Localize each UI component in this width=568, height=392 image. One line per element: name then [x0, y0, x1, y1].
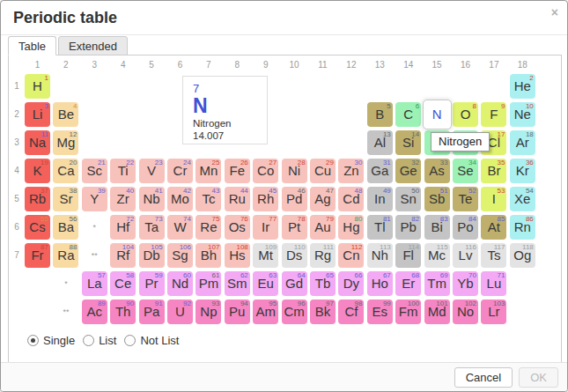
element-au[interactable]: 79Au [310, 215, 336, 240]
element-h[interactable]: 1H [25, 74, 50, 99]
radio-list[interactable]: List [83, 334, 116, 347]
ok-button[interactable]: OK [519, 367, 558, 388]
element-cs[interactable]: 55Cs [25, 215, 50, 240]
element-ba[interactable]: 56Ba [53, 215, 78, 240]
element-mo[interactable]: 42Mo [167, 187, 193, 211]
element-ce[interactable]: 58Ce [110, 271, 136, 296]
element-cr[interactable]: 24Cr [167, 159, 193, 183]
element-po[interactable]: 84Po [453, 215, 478, 240]
element-mg[interactable]: 12Mg [53, 130, 78, 155]
element-lv[interactable]: 116Lv [453, 243, 478, 268]
element-bh[interactable]: 107Bh [195, 243, 221, 268]
tab-table[interactable]: Table [8, 36, 56, 55]
element-db[interactable]: 105Db [139, 243, 165, 268]
element-yb[interactable]: 70Yb [453, 271, 478, 296]
element-er[interactable]: 68Er [395, 271, 421, 296]
element-c[interactable]: 6C [395, 102, 421, 127]
element-ag[interactable]: 47Ag [310, 187, 336, 211]
element-pr[interactable]: 59Pr [139, 271, 165, 296]
element-ne[interactable]: 10Ne [510, 102, 535, 127]
element-hs[interactable]: 108Hs [225, 243, 250, 268]
radio-single[interactable]: Single [27, 334, 75, 347]
element-am[interactable]: 95Am [253, 300, 278, 324]
element-o[interactable]: 8O [453, 102, 478, 127]
element-mc[interactable]: 115Mc [424, 243, 450, 268]
element-ar[interactable]: 18Ar [510, 130, 535, 155]
element-os[interactable]: 76Os [225, 215, 250, 240]
element-mt[interactable]: 109Mt [253, 243, 278, 268]
element-ir[interactable]: 77Ir [253, 215, 278, 240]
element-sm[interactable]: 62Sm [225, 271, 250, 296]
element-cm[interactable]: 96Cm [282, 300, 307, 324]
element-na[interactable]: 11Na [25, 130, 50, 155]
element-cu[interactable]: 29Cu [310, 159, 336, 183]
element-ta[interactable]: 73Ta [139, 215, 165, 240]
element-rb[interactable]: 37Rb [25, 187, 50, 211]
element-bk[interactable]: 97Bk [310, 300, 336, 324]
element-lr[interactable]: 103Lr [481, 300, 506, 324]
element-ts[interactable]: 117Ts [481, 243, 506, 268]
element-ra[interactable]: 88Ra [53, 243, 78, 268]
element-k[interactable]: 19K [25, 159, 50, 183]
element-pa[interactable]: 91Pa [139, 300, 165, 324]
element-y[interactable]: 39Y [82, 187, 107, 211]
element-in[interactable]: 49In [367, 187, 393, 211]
element-br[interactable]: 35Br [481, 159, 506, 183]
element-gd[interactable]: 64Gd [282, 271, 307, 296]
element-kr[interactable]: 36Kr [510, 159, 535, 183]
element-cf[interactable]: 98Cf [338, 300, 364, 324]
element-pu[interactable]: 94Pu [225, 300, 250, 324]
element-np[interactable]: 93Np [195, 300, 221, 324]
element-i[interactable]: 53I [481, 187, 506, 211]
element-la[interactable]: 57La [82, 271, 107, 296]
element-ac[interactable]: 89Ac [82, 300, 107, 324]
element-sc[interactable]: 21Sc [82, 159, 107, 183]
element-ni[interactable]: 28Ni [282, 159, 307, 183]
element-zr[interactable]: 40Zr [110, 187, 136, 211]
element-te[interactable]: 52Te [453, 187, 478, 211]
element-tl[interactable]: 81Tl [367, 215, 393, 240]
element-cn[interactable]: 112Cn [338, 243, 364, 268]
element-fe[interactable]: 26Fe [225, 159, 250, 183]
element-nd[interactable]: 60Nd [167, 271, 193, 296]
element-md[interactable]: 101Md [424, 300, 450, 324]
element-nh[interactable]: 113Nh [367, 243, 393, 268]
element-si[interactable]: 14Si [395, 130, 421, 155]
element-rh[interactable]: 45Rh [253, 187, 278, 211]
element-ru[interactable]: 44Ru [225, 187, 250, 211]
element-rg[interactable]: 111Rg [310, 243, 336, 268]
element-zn[interactable]: 30Zn [338, 159, 364, 183]
element-b[interactable]: 5B [367, 102, 393, 127]
element-nb[interactable]: 41Nb [139, 187, 165, 211]
element-th[interactable]: 90Th [110, 300, 136, 324]
element-dy[interactable]: 66Dy [338, 271, 364, 296]
element-rf[interactable]: 104Rf [110, 243, 136, 268]
element-fl[interactable]: 114Fl [395, 243, 421, 268]
element-v[interactable]: 23V [139, 159, 165, 183]
element-no[interactable]: 102No [453, 300, 478, 324]
close-icon[interactable]: × [551, 6, 558, 18]
tab-extended[interactable]: Extended [58, 36, 128, 55]
element-hg[interactable]: 80Hg [338, 215, 364, 240]
element-f[interactable]: 9F [481, 102, 506, 127]
element-mn[interactable]: 25Mn [195, 159, 221, 183]
element-bi[interactable]: 83Bi [424, 215, 450, 240]
element-sb[interactable]: 51Sb [424, 187, 450, 211]
element-at[interactable]: 85At [481, 215, 506, 240]
element-sg[interactable]: 106Sg [167, 243, 193, 268]
element-xe[interactable]: 54Xe [510, 187, 535, 211]
radio-not-list[interactable]: Not List [124, 334, 179, 347]
element-ti[interactable]: 22Ti [110, 159, 136, 183]
element-fr[interactable]: 87Fr [25, 243, 50, 268]
element-he[interactable]: 2He [510, 74, 535, 99]
element-lu[interactable]: 71Lu [481, 271, 506, 296]
element-es[interactable]: 99Es [367, 300, 393, 324]
element-al[interactable]: 13Al [367, 130, 393, 155]
element-ho[interactable]: 67Ho [367, 271, 393, 296]
element-n[interactable]: 7N [423, 100, 452, 129]
element-re[interactable]: 75Re [195, 215, 221, 240]
element-as[interactable]: 33As [424, 159, 450, 183]
element-u[interactable]: 92U [167, 300, 193, 324]
element-fm[interactable]: 100Fm [395, 300, 421, 324]
element-li[interactable]: 3Li [25, 102, 50, 127]
